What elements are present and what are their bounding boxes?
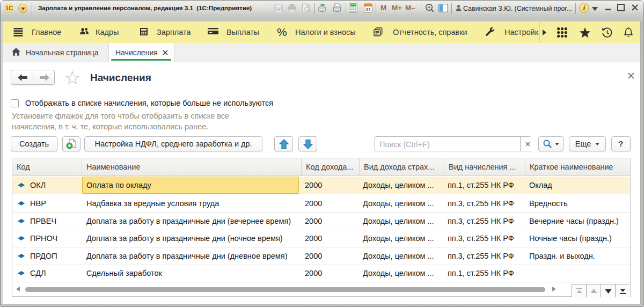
svg-text:31: 31: [365, 7, 371, 12]
